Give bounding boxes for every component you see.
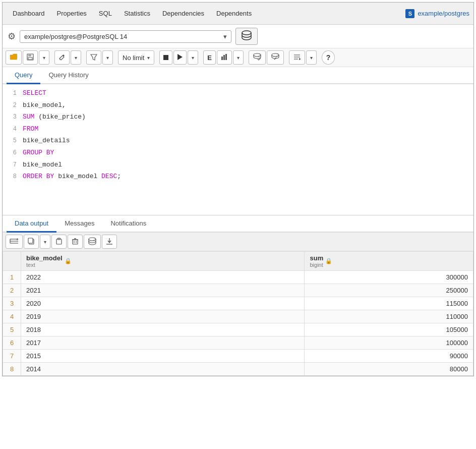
save-file-button[interactable] — [23, 50, 38, 65]
svg-rect-5 — [221, 57, 223, 60]
nav-item-dashboard[interactable]: Dashboard — [7, 8, 51, 19]
col-header-sum[interactable]: sum bigint 🔒 — [305, 252, 473, 271]
download-icon — [106, 238, 113, 246]
paste-button[interactable] — [51, 235, 67, 249]
save-icon — [27, 53, 34, 62]
macros-button[interactable] — [289, 50, 305, 65]
query-tab-bar: Query Query History — [3, 67, 473, 84]
row-number-cell: 2 — [3, 284, 21, 297]
row-number-cell: 5 — [3, 323, 21, 336]
filter-chevron-icon: ▾ — [106, 55, 109, 61]
nav-item-dependents[interactable]: Dependents — [210, 8, 258, 19]
chart-chevron-icon: ▾ — [237, 55, 240, 61]
sql-editor[interactable]: 1 SELECT 2 bike_model, 3 SUM (bike_price… — [3, 84, 473, 215]
run-dropdown-button[interactable]: ▾ — [188, 50, 198, 65]
nav-item-statistics[interactable]: Statistics — [118, 8, 156, 19]
row-number-cell: 6 — [3, 336, 21, 350]
row-limit-select[interactable]: No limit ▾ — [118, 50, 154, 65]
nav-item-dependencies[interactable]: Dependencies — [156, 8, 210, 19]
download-button[interactable] — [102, 235, 117, 249]
db-connection-name: example/postgres — [418, 10, 469, 17]
table-row[interactable]: 7201590000 — [3, 350, 473, 363]
table-row[interactable]: 62017100000 — [3, 336, 473, 350]
help-icon: ? — [326, 53, 331, 62]
copy-dropdown-button[interactable]: ▾ — [40, 235, 50, 249]
edit-button[interactable] — [54, 50, 70, 65]
copy-rows-button[interactable] — [24, 235, 39, 249]
row-number-cell: 8 — [3, 363, 21, 376]
data-output-table: bike_model text 🔒 sum bigint � — [3, 251, 473, 376]
open-file-button[interactable] — [6, 50, 22, 65]
help-button[interactable]: ? — [322, 50, 335, 65]
explain-button[interactable]: E — [203, 50, 216, 65]
connection-value: example/postgres@PostgreSQL 14 — [24, 33, 127, 40]
db-connect-icon — [241, 30, 252, 40]
add-row-button[interactable]: + — [6, 235, 23, 249]
table-row[interactable]: 8201480000 — [3, 363, 473, 376]
connection-tool-icon[interactable]: ⚙ — [8, 31, 16, 42]
svg-rect-20 — [28, 238, 33, 243]
output-toolbar: + ▾ — [3, 233, 473, 251]
connect-db-button[interactable] — [235, 28, 258, 45]
app-window: Dashboard Properties SQL Statistics Depe… — [2, 2, 474, 376]
bike-model-cell: 2021 — [21, 284, 305, 297]
nav-item-sql[interactable]: SQL — [93, 8, 118, 19]
sql-line-1: 1 SELECT — [3, 87, 473, 99]
sql-line-3: 3 SUM (bike_price) — [3, 111, 473, 123]
connection-dropdown-arrow: ▾ — [223, 33, 227, 40]
main-toolbar: ▾ ▾ ▾ No limit ▾ — [3, 48, 473, 67]
svg-point-28 — [89, 238, 96, 241]
chart-dropdown-button[interactable]: ▾ — [233, 50, 244, 65]
tab-query-history[interactable]: Query History — [40, 67, 96, 84]
run-chevron-icon: ▾ — [192, 55, 194, 61]
filter-button[interactable] — [86, 50, 101, 65]
bike-model-cell: 2018 — [21, 323, 305, 336]
tab-data-output[interactable]: Data output — [7, 215, 56, 233]
col-header-bike-model[interactable]: bike_model text 🔒 — [21, 252, 305, 271]
macros-dropdown-button[interactable]: ▾ — [306, 50, 317, 65]
save-data-button[interactable] — [84, 235, 101, 249]
nav-item-properties[interactable]: Properties — [51, 8, 93, 19]
save-dropdown-button[interactable]: ▾ — [39, 50, 49, 65]
play-icon — [177, 54, 183, 62]
tab-messages[interactable]: Messages — [56, 215, 102, 233]
limit-chevron-icon: ▾ — [147, 55, 150, 61]
tab-query[interactable]: Query — [7, 67, 40, 84]
svg-point-0 — [242, 31, 251, 35]
sum-cell: 80000 — [305, 363, 473, 376]
add-row-icon: + — [10, 238, 19, 246]
svg-marker-4 — [91, 54, 97, 60]
stop-button[interactable] — [159, 50, 172, 65]
delete-rows-button[interactable] — [68, 235, 83, 249]
connection-selector[interactable]: example/postgres@PostgreSQL 14 ▾ — [20, 30, 231, 43]
table-header-row: bike_model text 🔒 sum bigint � — [3, 252, 473, 271]
folder-icon — [10, 53, 18, 62]
run-button[interactable] — [173, 50, 187, 65]
bike-model-cell: 2017 — [21, 336, 305, 350]
connection-bar: ⚙ example/postgres@PostgreSQL 14 ▾ — [3, 25, 473, 48]
db-connection-label: S example/postgres — [405, 9, 469, 18]
rollback-icon — [271, 53, 280, 63]
table-row[interactable]: 12022300000 — [3, 271, 473, 284]
tab-notifications[interactable]: Notifications — [102, 215, 154, 233]
row-number-cell: 1 — [3, 271, 21, 284]
table-row[interactable]: 42019110000 — [3, 310, 473, 323]
edit-dropdown-button[interactable]: ▾ — [71, 50, 81, 65]
table-row[interactable]: 32020115000 — [3, 297, 473, 310]
macros-icon — [293, 53, 301, 62]
table-row[interactable]: 52018105000 — [3, 323, 473, 336]
filter-icon — [90, 53, 97, 62]
svg-point-8 — [254, 53, 261, 57]
bike-model-cell: 2015 — [21, 350, 305, 363]
svg-rect-7 — [225, 54, 227, 60]
bike-model-cell: 2020 — [21, 297, 305, 310]
top-navigation: Dashboard Properties SQL Statistics Depe… — [3, 3, 473, 25]
filter-dropdown-button[interactable]: ▾ — [102, 50, 113, 65]
chart-button[interactable] — [217, 50, 232, 65]
commit-icon — [253, 53, 262, 63]
commit-button[interactable] — [249, 50, 266, 65]
table-row[interactable]: 22021250000 — [3, 284, 473, 297]
row-number-cell: 7 — [3, 350, 21, 363]
macros-chevron-icon: ▾ — [310, 55, 313, 61]
rollback-button[interactable] — [267, 50, 284, 65]
